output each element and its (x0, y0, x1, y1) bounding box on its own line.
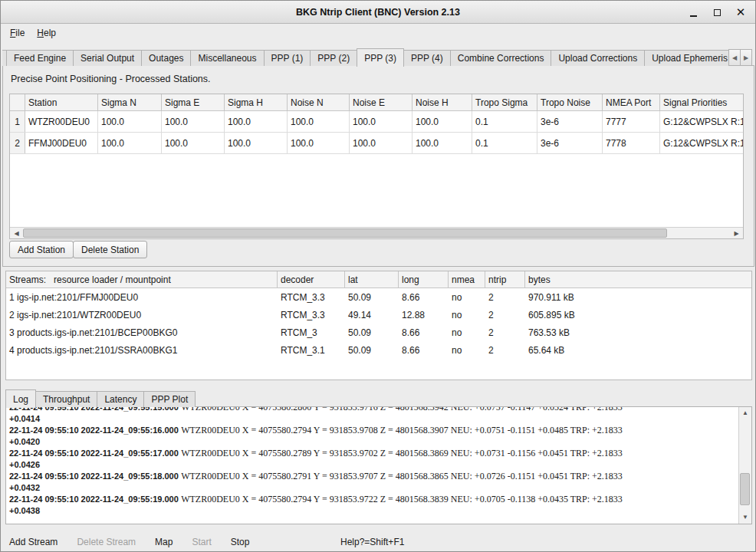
streams-table-header: Streams: resource loader / mountpointdec… (6, 271, 751, 288)
stations-cell[interactable]: 100.0 (288, 133, 350, 153)
stations-cell[interactable]: 100.0 (225, 111, 288, 132)
tab-ppp-2[interactable]: PPP (2) (310, 50, 357, 66)
streams-cell: 605.895 kB (525, 306, 751, 324)
streams-cell: no (449, 306, 485, 324)
tab-upload-corrections[interactable]: Upload Corrections (551, 50, 645, 66)
streams-cell: 8.66 (399, 324, 449, 341)
streams-col-bytes[interactable]: bytes (525, 271, 751, 288)
stations-cell[interactable]: 3e-6 (537, 133, 603, 153)
stations-cell[interactable]: G:12&CWPSLX R:12 (660, 133, 743, 153)
tab-miscellaneous[interactable]: Miscellaneous (190, 50, 264, 66)
streams-col-decoder[interactable]: decoder (278, 271, 345, 288)
streams-col-nmea[interactable]: nmea (449, 271, 485, 288)
stations-cell[interactable]: 100.0 (288, 111, 350, 132)
streams-cell: 12.88 (399, 306, 449, 324)
streams-cell: RTCM_3.3 (278, 288, 345, 306)
streams-cell: 2 (485, 306, 525, 324)
app-window: BKG Ntrip Client (BNC) Version 2.13 ✕ Fi… (0, 0, 756, 552)
tab-scroll-left-icon[interactable]: ◀ (728, 49, 741, 66)
streams-col-long[interactable]: long (399, 271, 449, 288)
stations-cell[interactable]: 100.0 (162, 111, 225, 132)
stations-cell[interactable]: 100.0 (413, 111, 472, 132)
tab-combine-corrections[interactable]: Combine Corrections (450, 50, 552, 66)
stations-col-station[interactable]: Station (25, 94, 98, 110)
stations-cell[interactable]: 7777 (603, 111, 660, 132)
delete-station-button[interactable]: Delete Station (73, 241, 147, 258)
minimize-button[interactable] (688, 6, 698, 18)
add-stream-button[interactable]: Add Stream (2, 534, 64, 550)
stations-col-sigma-n[interactable]: Sigma N (98, 94, 162, 110)
stations-col-noise-h[interactable]: Noise H (413, 94, 472, 110)
tab-ppp-1[interactable]: PPP (1) (264, 50, 311, 66)
tab-log[interactable]: Log (5, 389, 36, 408)
tab-latency[interactable]: Latency (97, 391, 144, 407)
menu-file[interactable]: File (4, 26, 31, 40)
log-line: 22-11-24 09:55:10 2022-11-24_09:55:18.00… (9, 471, 737, 482)
streams-cell: 8.66 (399, 288, 449, 306)
stations-cell[interactable]: 0.1 (472, 133, 537, 153)
stations-cell[interactable]: 100.0 (98, 133, 162, 153)
stations-col-noise-n[interactable]: Noise N (288, 94, 350, 110)
add-station-button[interactable]: Add Station (9, 241, 74, 258)
log-vscrollbar[interactable]: ▲ ▼ (738, 407, 751, 524)
map-button[interactable]: Map (148, 534, 179, 550)
streams-row-igs-ip-net-2101-wtzr00deu0[interactable]: 2igs-ip.net:2101/WTZR00DEU0RTCM_3.349.14… (6, 306, 751, 324)
log-line-timestamp: +0.0414 (9, 414, 40, 423)
stations-col-tropo-sigma[interactable]: Tropo Sigma (472, 94, 537, 110)
maximize-button[interactable] (712, 6, 722, 18)
stations-cell[interactable]: 3e-6 (537, 111, 603, 132)
streams-row-igs-ip-net-2101-ffmj00deu0[interactable]: 1igs-ip.net:2101/FFMJ00DEU0RTCM_3.350.09… (6, 288, 751, 306)
stations-cell[interactable]: 100.0 (162, 133, 225, 153)
streams-col-mountpoint[interactable]: Streams: resource loader / mountpoint (6, 271, 278, 288)
tab-scroll-right-icon[interactable]: ▶ (740, 49, 752, 66)
stations-cell[interactable]: G:12&CWPSLX R:12 (660, 111, 743, 132)
streams-cell: RTCM_3 (278, 324, 345, 341)
stations-row-ffmj00deu0[interactable]: 2FFMJ00DEU0100.0100.0100.0100.0100.0100.… (10, 133, 743, 154)
stations-cell[interactable]: 100.0 (98, 111, 162, 132)
row-number[interactable]: 2 (10, 133, 25, 153)
scroll-left-icon[interactable]: ◀ (11, 228, 22, 238)
stop-button[interactable]: Stop (224, 534, 257, 550)
stations-col-sigma-h[interactable]: Sigma H (225, 94, 288, 110)
menu-help[interactable]: Help (31, 26, 62, 40)
stations-col-nmea-port[interactable]: NMEA Port (603, 94, 660, 110)
row-number[interactable]: 1 (10, 111, 25, 132)
streams-row-products-igs-ip-net-2101-ssra00bkg1[interactable]: 4products.igs-ip.net:2101/SSRA00BKG1RTCM… (6, 341, 751, 359)
stations-cell[interactable]: 0.1 (472, 111, 537, 132)
stations-cell[interactable]: 100.0 (413, 133, 472, 153)
streams-col-ntrip[interactable]: ntrip (485, 271, 525, 288)
scroll-up-icon[interactable]: ▲ (740, 408, 751, 419)
stations-hscrollbar[interactable]: ◀ ▶ (10, 227, 743, 238)
tab-ppp-3[interactable]: PPP (3) (357, 48, 404, 67)
scroll-down-icon[interactable]: ▼ (740, 512, 751, 523)
scroll-right-icon[interactable]: ▶ (731, 228, 742, 238)
tab-serial-output[interactable]: Serial Output (73, 50, 142, 66)
stations-cell[interactable]: WTZR00DEU0 (25, 111, 98, 132)
stations-col-noise-e[interactable]: Noise E (350, 94, 413, 110)
row-number: 4 (6, 341, 15, 359)
log-line: 22-11-24 09:55:10 2022-11-24_09:55:17.00… (9, 448, 737, 459)
stations-col-sigma-e[interactable]: Sigma E (162, 94, 225, 110)
tab-outages[interactable]: Outages (141, 50, 191, 66)
help-label: Help?=Shift+F1 (340, 537, 404, 547)
tab-ppp-plot[interactable]: PPP Plot (143, 391, 196, 407)
stations-cell[interactable]: 100.0 (225, 133, 288, 153)
tab-upload-ephemeris[interactable]: Upload Ephemeris (644, 50, 735, 66)
streams-col-lat[interactable]: lat (345, 271, 399, 288)
stations-col-signal-priorities[interactable]: Signal Priorities (660, 94, 743, 110)
delete-stream-button: Delete Stream (70, 534, 143, 550)
close-button[interactable]: ✕ (735, 6, 746, 18)
stations-cell[interactable]: 7778 (603, 133, 660, 153)
hscroll-thumb[interactable] (23, 228, 667, 238)
tab-throughput[interactable]: Throughput (35, 391, 97, 407)
stations-cell[interactable]: 100.0 (350, 133, 413, 153)
stations-cell[interactable]: 100.0 (350, 111, 413, 132)
tab-feed-engine[interactable]: Feed Engine (6, 50, 74, 66)
vscroll-thumb[interactable] (740, 473, 750, 505)
tab-ppp-4[interactable]: PPP (4) (403, 50, 451, 66)
log-output[interactable]: 22-11-24 09:55:10 2022-11-24_09:55:15.00… (9, 407, 737, 522)
streams-row-products-igs-ip-net-2101-bcep00bkg0[interactable]: 3products.igs-ip.net:2101/BCEP00BKG0RTCM… (6, 324, 751, 341)
stations-col-tropo-noise[interactable]: Tropo Noise (537, 94, 603, 110)
stations-cell[interactable]: FFMJ00DEU0 (25, 133, 98, 153)
stations-row-wtzr00deu0[interactable]: 1WTZR00DEU0100.0100.0100.0100.0100.0100.… (10, 111, 743, 133)
